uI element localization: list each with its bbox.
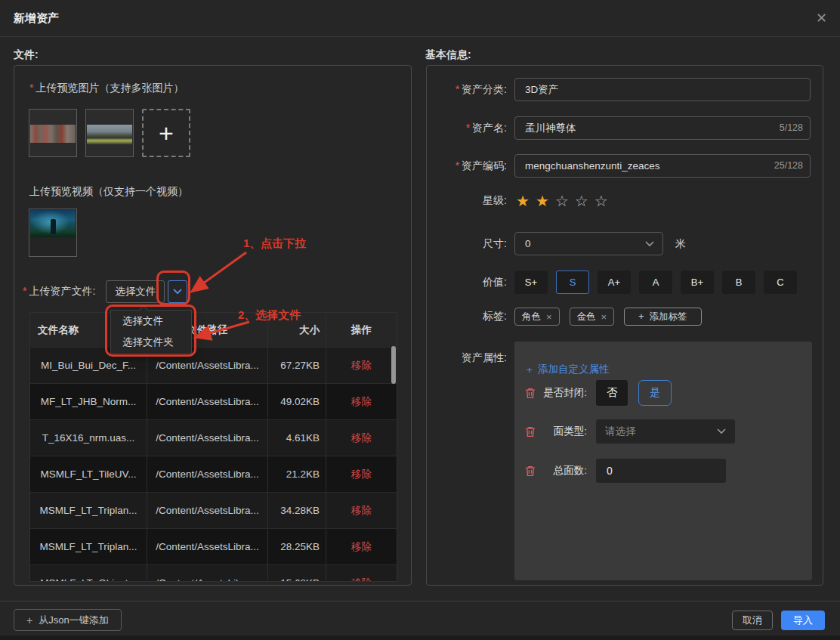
remove-file-button[interactable]: 移除 — [351, 577, 372, 583]
remove-file-button[interactable]: 移除 — [351, 396, 372, 407]
value-option-c[interactable]: C — [764, 271, 797, 294]
basic-info-section-label: 基本信息: — [425, 48, 471, 62]
table-row: MSMLF_LT_Triplan... /Content/AssetsLibra… — [30, 528, 397, 564]
menu-item-select-folder[interactable]: 选择文件夹 — [111, 332, 191, 353]
image-thumbnail-list: + — [29, 109, 190, 157]
star-icon[interactable]: ★ — [516, 193, 530, 209]
value-row: 价值: S+ S A+ A B+ B C — [427, 271, 820, 294]
required-mark: * — [456, 83, 459, 95]
file-name: MSMLF_LT_Triplan... — [30, 493, 147, 528]
dialog-footer: + 从Json一键添加 取消 导入 — [0, 601, 840, 640]
image-preview — [87, 125, 132, 144]
value-option-splus[interactable]: S+ — [514, 271, 548, 294]
star-icon[interactable]: ☆ — [575, 193, 588, 209]
add-from-json-label: 从Json一键添加 — [39, 614, 108, 627]
asset-name-input[interactable] — [514, 116, 811, 140]
star-rating-row: 星级: ★ ★ ☆ ☆ ☆ — [427, 193, 820, 209]
props-panel: + 添加自定义属性 是否封闭: 否 是 面类型: 请选择 — [514, 342, 812, 580]
remove-file-button[interactable]: 移除 — [351, 541, 372, 552]
upload-video-label: 上传预览视频（仅支持一个视频） — [29, 185, 188, 199]
remove-file-button[interactable]: 移除 — [351, 505, 372, 516]
chevron-down-icon — [173, 289, 182, 295]
prop-row-closed: 是否封闭: 否 是 — [514, 380, 812, 406]
star-icon[interactable]: ☆ — [555, 193, 569, 209]
value-option-a[interactable]: A — [639, 271, 672, 294]
chevron-down-icon — [717, 428, 726, 434]
video-preview — [30, 210, 76, 237]
tag-chip[interactable]: 金色 × — [570, 308, 615, 326]
dialog-title: 新增资产 — [14, 11, 59, 26]
cancel-button[interactable]: 取消 — [732, 611, 773, 630]
trash-icon[interactable] — [525, 426, 536, 437]
star-rating: ★ ★ ☆ ☆ ☆ — [516, 193, 608, 209]
menu-item-select-file[interactable]: 选择文件 — [111, 311, 191, 332]
value-option-b[interactable]: B — [722, 271, 755, 294]
basic-info-panel: *资产分类: *资产名: 5/128 *资产编码: 25/128 星级: ★ ★… — [426, 65, 823, 586]
tag-chip[interactable]: 角色 × — [514, 308, 560, 326]
file-path: /Content/AssetsLibra... — [147, 420, 268, 456]
closed-option-no[interactable]: 否 — [596, 380, 628, 406]
asset-file-row: *上传资产文件: 选择文件 — [23, 280, 187, 303]
asset-code-label: *资产编码: — [427, 159, 507, 173]
remove-file-button[interactable]: 移除 — [351, 468, 372, 480]
file-name: MSMLF_LT_Triplan... — [30, 529, 147, 564]
trash-icon[interactable] — [525, 465, 536, 477]
dialog-header: 新增资产 ✕ — [0, 0, 840, 37]
trash-icon[interactable] — [525, 388, 536, 399]
tags-label: 标签: — [427, 310, 507, 323]
plus-icon: + — [527, 364, 533, 376]
table-row: MF_LT_JHB_Norm... /Content/AssetsLibra..… — [30, 383, 397, 419]
table-scrollbar[interactable] — [391, 346, 396, 384]
import-button[interactable]: 导入 — [781, 611, 825, 630]
annotation-step1: 1、点击下拉 — [243, 237, 306, 251]
value-option-s[interactable]: S — [556, 271, 589, 294]
add-from-json-button[interactable]: + 从Json一键添加 — [14, 609, 122, 631]
tag-text: 金色 — [577, 311, 596, 323]
required-mark: * — [456, 159, 459, 172]
file-path: /Content/AssetsLibra... — [147, 493, 268, 528]
face-type-select[interactable]: 请选择 — [596, 419, 735, 444]
video-thumbnail[interactable] — [29, 209, 77, 257]
closed-option-yes[interactable]: 是 — [638, 380, 672, 406]
select-file-dropdown-menu: 选择文件 选择文件夹 — [110, 310, 192, 354]
size-label: 尺寸: — [427, 237, 507, 251]
col-header-action: 操作 — [326, 323, 397, 337]
category-label: *资产分类: — [427, 83, 507, 97]
tag-remove-icon[interactable]: × — [601, 311, 607, 323]
add-tag-button[interactable]: + 添加标签 — [624, 308, 701, 326]
add-custom-prop-button[interactable]: + 添加自定义属性 — [527, 363, 609, 376]
file-size: 28.25KB — [268, 529, 326, 564]
file-size: 49.02KB — [268, 384, 326, 419]
size-select[interactable] — [514, 232, 663, 255]
add-image-button[interactable]: + — [142, 109, 190, 157]
char-counter: 5/128 — [780, 122, 803, 133]
star-icon[interactable]: ★ — [536, 193, 549, 209]
size-unit: 米 — [675, 237, 686, 251]
star-icon[interactable]: ☆ — [594, 193, 608, 209]
value-option-bplus[interactable]: B+ — [681, 271, 714, 294]
table-row: T_16X16_nrm.uas... /Content/AssetsLibra.… — [30, 419, 397, 456]
asset-code-input[interactable] — [514, 154, 811, 178]
file-size: 21.2KB — [268, 456, 326, 492]
image-thumbnail-1[interactable] — [29, 109, 77, 157]
value-option-aplus[interactable]: A+ — [598, 271, 631, 294]
file-table: 文件名称 文件路径 大小 操作 MI_Bui_Bui_Dec_F... /Con… — [29, 312, 397, 582]
table-row: MSMLF_LT_Triplan... /Content/AssetsLibra… — [30, 492, 397, 528]
category-input[interactable] — [514, 78, 811, 101]
prop-row-face-type: 面类型: 请选择 — [514, 419, 812, 444]
tags-row: 标签: 角色 × 金色 × + 添加标签 — [427, 308, 820, 326]
file-name: T_16X16_nrm.uas... — [30, 420, 147, 456]
file-size: 4.61KB — [268, 420, 326, 456]
remove-file-button[interactable]: 移除 — [351, 432, 372, 444]
select-file-dropdown-toggle[interactable] — [168, 280, 187, 303]
remove-file-button[interactable]: 移除 — [351, 360, 372, 371]
required-mark: * — [23, 285, 26, 297]
close-icon[interactable]: ✕ — [816, 10, 827, 26]
files-section-label: 文件: — [14, 48, 39, 62]
select-file-button[interactable]: 选择文件 — [106, 280, 165, 303]
image-thumbnail-2[interactable] — [85, 109, 134, 157]
tag-remove-icon[interactable]: × — [546, 311, 552, 323]
star-rating-label: 星级: — [427, 194, 507, 208]
asset-name-row: *资产名: 5/128 — [427, 116, 820, 140]
face-count-input[interactable] — [596, 459, 726, 483]
